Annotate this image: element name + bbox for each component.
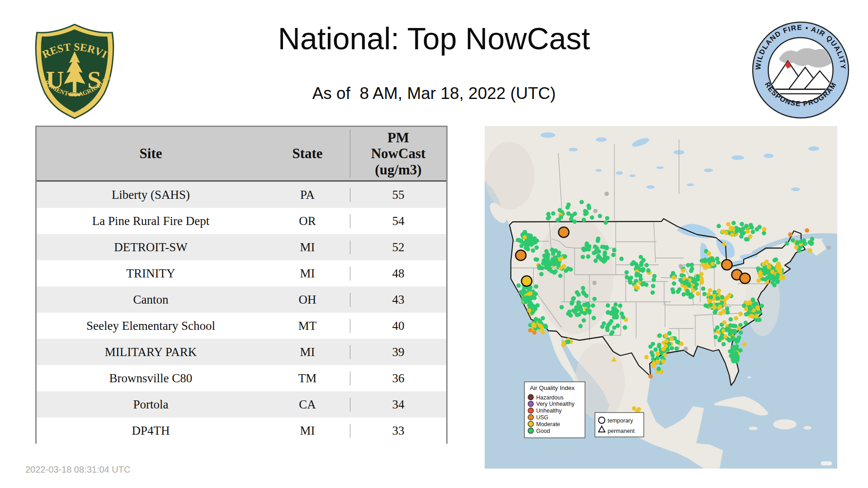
monitor-dot bbox=[592, 316, 596, 320]
monitor-dot bbox=[725, 328, 729, 333]
monitor-dot bbox=[757, 225, 762, 230]
aqi-legend: Air Quality Index HazardousVery Unhealth… bbox=[524, 382, 585, 438]
monitor-dot bbox=[696, 274, 700, 279]
monitor-dot bbox=[735, 229, 739, 233]
legend-item-label: Good bbox=[536, 428, 550, 434]
monitor-dot bbox=[541, 330, 545, 335]
monitor-dot bbox=[635, 272, 639, 276]
monitor-dot bbox=[722, 309, 726, 314]
monitor-dot bbox=[739, 330, 743, 335]
monitor-dot bbox=[726, 222, 731, 226]
monitor-dot bbox=[656, 352, 660, 356]
monitor-dot bbox=[656, 356, 660, 360]
monitor-dot bbox=[578, 324, 583, 328]
monitor-dot bbox=[634, 262, 639, 267]
monitor-dot bbox=[537, 266, 542, 270]
monitor-dot bbox=[761, 262, 766, 267]
monitor-dot bbox=[591, 303, 595, 308]
monitor-dot bbox=[623, 325, 627, 330]
monitor-dot bbox=[542, 253, 547, 258]
monitor-dot bbox=[730, 233, 735, 237]
monitor-dot bbox=[733, 329, 738, 333]
monitor-dot bbox=[679, 342, 684, 346]
monitor-dot bbox=[751, 230, 755, 234]
monitor-dot bbox=[664, 333, 668, 338]
monitor-dot bbox=[734, 351, 738, 356]
monitor-dot bbox=[650, 351, 654, 355]
monitor-dot bbox=[722, 242, 726, 247]
monitor-dot bbox=[727, 293, 732, 297]
monitor-dot bbox=[585, 241, 589, 246]
monitor-dot bbox=[568, 313, 573, 318]
monitor-dot bbox=[585, 302, 590, 306]
monitor-dot bbox=[603, 253, 607, 257]
monitor-dot bbox=[527, 309, 532, 313]
monitor-dot bbox=[713, 310, 717, 315]
monitor-dot bbox=[744, 312, 749, 317]
wfaqrp-logo: WILDLAND FIRE • AIR QUALITY RESPONSE PRO… bbox=[750, 20, 851, 120]
monitor-dot bbox=[532, 330, 537, 335]
monitor-dot bbox=[566, 340, 571, 344]
monitor-dot bbox=[636, 286, 640, 291]
monitor-dot bbox=[681, 268, 685, 273]
monitor-dot bbox=[606, 303, 610, 308]
table-row: TRINITYMI48 bbox=[37, 260, 446, 286]
monitor-dot bbox=[773, 258, 777, 263]
monitor-dot bbox=[748, 307, 753, 311]
monitor-dot bbox=[667, 331, 672, 336]
monitor-dot bbox=[805, 228, 809, 233]
monitor-dot bbox=[671, 290, 675, 295]
monitor-dot bbox=[619, 257, 624, 261]
site-cell: DP4TH bbox=[37, 424, 265, 438]
site-cell: MILITARY PARK bbox=[37, 345, 265, 359]
monitor-dot bbox=[546, 216, 550, 221]
monitor-dot bbox=[757, 318, 762, 322]
monitor-dot bbox=[755, 305, 760, 310]
monitor-dot bbox=[531, 249, 535, 253]
monitor-dot bbox=[549, 269, 554, 273]
marker-type-legend: temporary permanent bbox=[595, 413, 644, 437]
monitor-dot bbox=[709, 295, 713, 300]
monitor-dot bbox=[665, 339, 669, 343]
monitor-dot bbox=[651, 291, 655, 295]
table-row: Brownsville C80TM36 bbox=[37, 365, 446, 391]
monitor-dot bbox=[720, 295, 725, 300]
monitor-dot bbox=[596, 255, 600, 260]
table-row: DP4THMI33 bbox=[37, 418, 446, 444]
monitor-dot bbox=[758, 274, 763, 279]
monitor-dot bbox=[661, 359, 665, 364]
monitor-dot bbox=[734, 316, 738, 321]
monitor-dot bbox=[621, 315, 626, 319]
monitor-dot bbox=[597, 249, 601, 254]
monitor-dot bbox=[534, 284, 538, 289]
monitor-dot bbox=[760, 304, 764, 308]
site-cell: Portola bbox=[37, 398, 265, 412]
monitor-dot bbox=[776, 262, 781, 266]
monitor-dot bbox=[559, 215, 563, 220]
monitor-dot bbox=[574, 305, 579, 310]
monitor-dot bbox=[808, 249, 812, 253]
monitor-dot bbox=[552, 262, 557, 267]
monitor-dot bbox=[731, 336, 735, 341]
monitor-dot bbox=[742, 342, 747, 347]
monitor-dot bbox=[598, 214, 602, 218]
monitor-dot bbox=[708, 288, 712, 293]
site-cell: Brownsville C80 bbox=[37, 371, 265, 385]
monitor-dot bbox=[711, 262, 715, 266]
monitor-dot bbox=[826, 245, 831, 250]
monitor-dot bbox=[803, 242, 807, 246]
monitor-dot bbox=[646, 268, 651, 273]
monitor-dot bbox=[758, 310, 762, 315]
table-row: Seeley Elementary SchoolMT40 bbox=[37, 313, 446, 339]
monitor-dot bbox=[516, 283, 521, 288]
monitor-dot bbox=[707, 251, 711, 256]
monitor-dot bbox=[611, 306, 616, 311]
permanent-label: permanent bbox=[608, 428, 635, 434]
monitor-dot bbox=[538, 319, 542, 324]
monitor-dot bbox=[542, 258, 546, 263]
monitor-dot bbox=[701, 286, 706, 291]
value-cell: 34 bbox=[350, 398, 446, 412]
monitor-dot bbox=[604, 221, 608, 225]
monitor-dot bbox=[810, 237, 815, 241]
monitor-dot bbox=[593, 209, 598, 213]
